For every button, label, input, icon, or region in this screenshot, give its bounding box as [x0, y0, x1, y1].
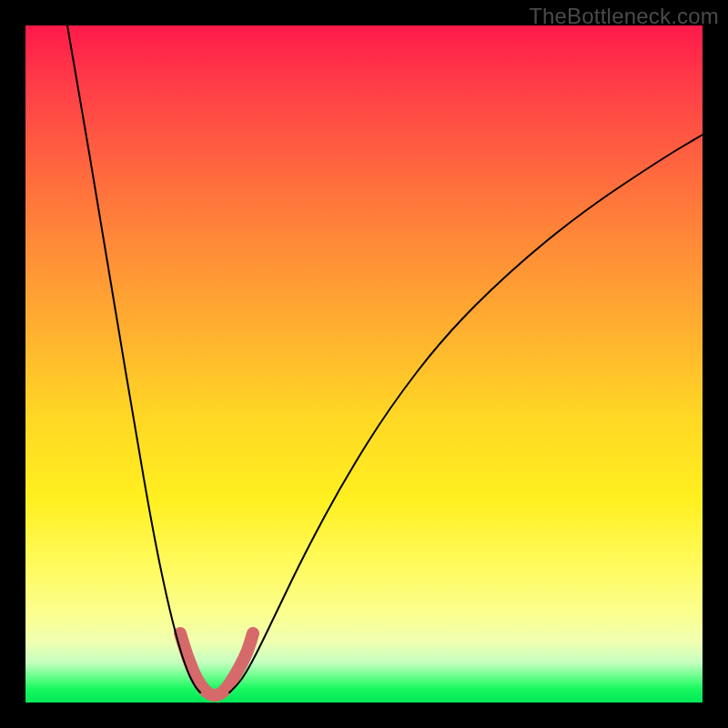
curve-left-branch: [67, 25, 200, 693]
watermark-text: TheBottleneck.com: [529, 4, 719, 29]
curve-right-branch: [229, 135, 703, 693]
valley-highlight-band: [180, 633, 253, 695]
chart-plot-area: [25, 25, 703, 703]
chart-svg: [25, 25, 703, 703]
